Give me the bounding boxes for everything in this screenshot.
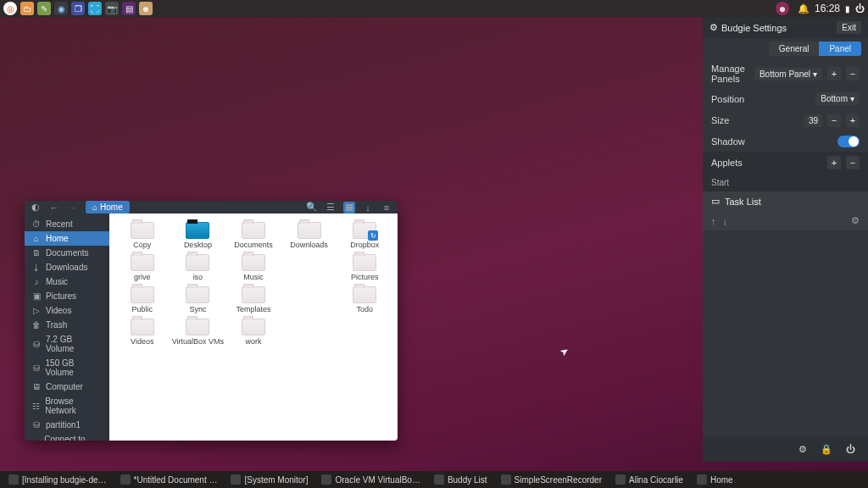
sidebar-item-documents[interactable]: 🗎Documents [25,246,109,260]
rubik-icon[interactable]: ❒ [71,2,85,15]
folder-templates[interactable]: Templates [225,285,281,315]
exit-button[interactable]: Exit [837,21,861,34]
sidebar-item-partition1[interactable]: ⛁partition1 [25,418,109,432]
sidebar-item-150-gb-volume[interactable]: ⛁150 GB Volume [25,356,109,380]
editor-icon[interactable]: ✎ [37,2,51,15]
shadow-toggle[interactable] [837,136,860,147]
folder-todo[interactable]: Todo [337,285,392,315]
task-item[interactable]: *Untitled Document … [115,473,223,486]
task-item[interactable]: Oracle VM VirtualBo… [316,473,425,486]
folder-desktop[interactable]: Desktop [170,220,226,251]
sidebar-item-connect-to-server[interactable]: ⊕Connect to Server [25,432,109,441]
bottom-panel: [Installing budgie-de…*Untitled Document… [0,471,868,488]
sidebar-item-browse-network[interactable]: ☷Browse Network [25,394,109,418]
applet-settings-icon[interactable]: ⚙ [851,215,860,226]
folder-pictures[interactable]: Pictures [337,252,392,283]
menu-icon[interactable]: ≡ [381,202,392,214]
size-value: 39 [804,114,822,127]
sidebar-item-label: Connect to Server [44,435,103,441]
task-item[interactable]: Home [692,473,738,486]
home-icon: ⌂ [92,202,97,212]
chevron-down-icon: ▾ [850,94,854,103]
sidebar-item-7-2-gb-volume[interactable]: ⛁7.2 GB Volume [25,332,109,356]
sort-icon[interactable]: ↓ [362,202,374,214]
task-item[interactable]: [System Monitor] [225,473,313,486]
panel-select[interactable]: Bottom Panel ▾ [754,68,822,80]
sidebar-icon: ⊕ [31,440,40,441]
tab-general[interactable]: General [769,42,820,56]
task-item[interactable]: Alina Ciocarlie [610,473,688,486]
sidebar-icon: ⛁ [31,340,42,349]
view-grid-icon[interactable]: ▦ [343,202,355,214]
task-icon [501,474,511,485]
sidebar-item-label: 7.2 GB Volume [46,335,103,353]
start-menu-icon[interactable]: ◎ [3,2,17,15]
add-applet-button[interactable]: + [827,156,841,169]
bottom-power-icon[interactable]: ⏻ [844,443,856,455]
sidebar-icon: ⌂ [31,234,42,243]
folder-label: iso [193,273,203,281]
settings-tabs: General Panel [709,42,861,56]
tab-panel[interactable]: Panel [819,42,861,56]
folder-work[interactable]: work [225,317,281,347]
folder-icon [131,286,154,303]
size-increment-button[interactable]: + [846,114,860,127]
sidebar-item-computer[interactable]: 🖥Computer [25,380,109,394]
folder-icon [353,254,376,271]
task-item[interactable]: Buddy List [429,473,492,486]
folder-downloads[interactable]: Downloads [281,220,337,251]
battery-icon[interactable]: ▮ [845,4,850,14]
sidebar-item-trash[interactable]: 🗑Trash [25,318,109,332]
sidebar-item-downloads[interactable]: ⭳Downloads [25,260,109,274]
sidebar-item-videos[interactable]: ▷Videos [25,303,109,318]
folder-sync[interactable]: Sync [170,285,226,315]
sidebar-item-pictures[interactable]: ▣Pictures [25,289,109,303]
position-select[interactable]: Bottom ▾ [815,92,860,105]
move-up-icon[interactable]: ↑ [711,216,716,226]
files-icon[interactable]: 🗀 [20,2,34,15]
folder-music[interactable]: Music [225,252,281,283]
notifications-icon[interactable]: 🔔 [798,3,810,14]
user-avatar-icon[interactable]: ☻ [776,2,789,15]
applets-header: Applets [711,158,822,168]
path-home-chip[interactable]: ⌂ Home [86,201,130,214]
folder-icon [131,319,154,336]
terminal-icon[interactable]: ▤ [122,2,136,15]
lock-icon[interactable]: 🔒 [821,443,832,455]
bottom-gear-icon[interactable]: ⚙ [797,443,809,455]
folder-public[interactable]: Public [114,285,170,315]
folder-documents[interactable]: Documents [225,220,281,251]
add-panel-button[interactable]: + [827,67,841,80]
remove-applet-button[interactable]: − [846,156,860,169]
folder-iso[interactable]: iso [170,252,226,283]
move-down-icon[interactable]: ↓ [723,216,728,226]
remove-panel-button[interactable]: − [846,67,860,80]
folder-dropbox[interactable]: ↻Dropbox [337,220,392,251]
sidebar-item-recent[interactable]: ⏱Recent [25,217,109,231]
task-item[interactable]: [Installing budgie-de… [3,473,112,486]
sidebar-item-label: partition1 [46,420,81,430]
avatar-icon[interactable]: ☻ [139,2,153,15]
sidebar-item-music[interactable]: ♪Music [25,274,109,289]
view-list-icon[interactable]: ☰ [325,202,337,214]
task-item[interactable]: SimpleScreenRecorder [496,473,607,486]
search-icon[interactable]: 🔍 [306,202,318,214]
folder-grive[interactable]: grive [114,252,170,283]
screengrab-icon[interactable]: 📷 [105,2,119,15]
size-decrement-button[interactable]: − [827,114,841,127]
sidebar-item-home[interactable]: ⌂Home [25,231,109,246]
sidebar-icon: ⛁ [31,363,42,373]
software-icon[interactable]: ⛶ [88,2,102,15]
forward-icon[interactable]: → [67,202,79,214]
window-controls-icon[interactable]: ◐ [30,202,42,214]
applet-task-list[interactable]: ▭ Task List [703,191,868,211]
sidebar-item-label: Recent [46,219,73,229]
screenshot-icon[interactable]: ◉ [54,2,68,15]
folder-videos[interactable]: Videos [114,317,170,347]
folder-label: Videos [131,337,153,346]
back-icon[interactable]: ← [48,202,60,214]
folder-copy[interactable]: Copy [114,220,170,251]
folder-label: Sync [189,305,206,313]
folder-virtualbox-vms[interactable]: VirtualBox VMs [170,317,226,347]
power-icon[interactable]: ⏻ [855,3,865,14]
